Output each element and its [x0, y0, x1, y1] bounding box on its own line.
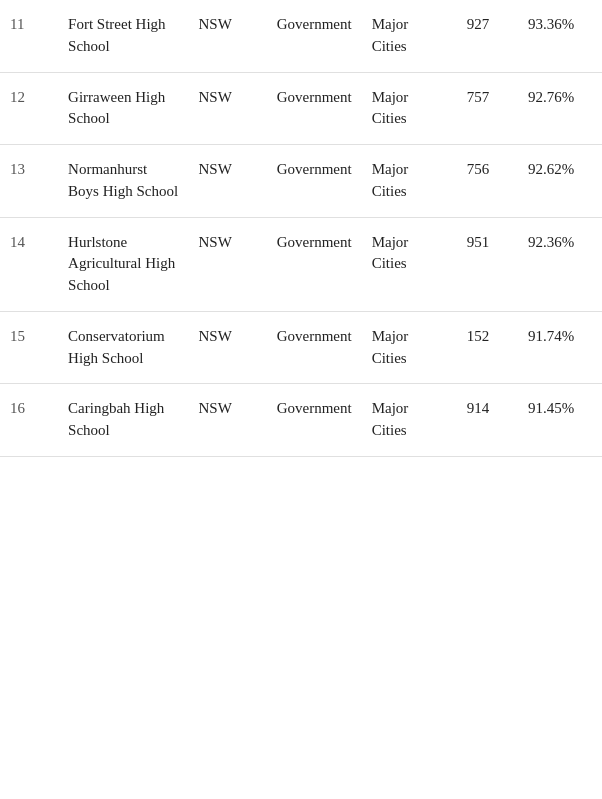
table-row: 13 Normanhurst Boys High School NSW Gove…: [0, 145, 602, 218]
state-cell: NSW: [188, 311, 266, 384]
sector-cell: Govern­ment: [267, 145, 362, 218]
enrollment-cell: 927: [457, 0, 518, 72]
rank-cell: 15: [0, 311, 58, 384]
enrollment-cell: 914: [457, 384, 518, 457]
rank-cell: 13: [0, 145, 58, 218]
sector-cell: Govern­ment: [267, 217, 362, 311]
rank-cell: 12: [0, 72, 58, 145]
state-cell: NSW: [188, 384, 266, 457]
score-cell: 91.45%: [518, 384, 602, 457]
rank-cell: 14: [0, 217, 58, 311]
table-row: 12 Girraween High School NSW Govern­ment…: [0, 72, 602, 145]
location-cell: Major Cities: [362, 384, 457, 457]
location-cell: Major Cities: [362, 217, 457, 311]
school-name-cell: Normanhurst Boys High School: [58, 145, 188, 218]
table-row: 15 Conservatorium High School NSW Govern…: [0, 311, 602, 384]
state-cell: NSW: [188, 217, 266, 311]
school-name-cell: Fort Street High School: [58, 0, 188, 72]
location-cell: Major Cities: [362, 0, 457, 72]
table-row: 11 Fort Street High School NSW Govern­me…: [0, 0, 602, 72]
score-cell: 93.36%: [518, 0, 602, 72]
schools-table: 11 Fort Street High School NSW Govern­me…: [0, 0, 602, 457]
rank-cell: 16: [0, 384, 58, 457]
score-cell: 92.62%: [518, 145, 602, 218]
enrollment-cell: 152: [457, 311, 518, 384]
school-name-cell: Conservatorium High School: [58, 311, 188, 384]
sector-cell: Govern­ment: [267, 0, 362, 72]
table-row: 16 Caringbah High School NSW Govern­ment…: [0, 384, 602, 457]
sector-cell: Govern­ment: [267, 311, 362, 384]
school-name-cell: Hurlstone Agricultural High School: [58, 217, 188, 311]
location-cell: Major Cities: [362, 311, 457, 384]
location-cell: Major Cities: [362, 72, 457, 145]
state-cell: NSW: [188, 145, 266, 218]
state-cell: NSW: [188, 0, 266, 72]
score-cell: 92.76%: [518, 72, 602, 145]
score-cell: 92.36%: [518, 217, 602, 311]
state-cell: NSW: [188, 72, 266, 145]
school-name-cell: Caringbah High School: [58, 384, 188, 457]
enrollment-cell: 757: [457, 72, 518, 145]
location-cell: Major Cities: [362, 145, 457, 218]
sector-cell: Govern­ment: [267, 72, 362, 145]
enrollment-cell: 951: [457, 217, 518, 311]
rank-cell: 11: [0, 0, 58, 72]
score-cell: 91.74%: [518, 311, 602, 384]
sector-cell: Govern­ment: [267, 384, 362, 457]
table-row: 14 Hurlstone Agricultural High School NS…: [0, 217, 602, 311]
school-name-cell: Girraween High School: [58, 72, 188, 145]
enrollment-cell: 756: [457, 145, 518, 218]
